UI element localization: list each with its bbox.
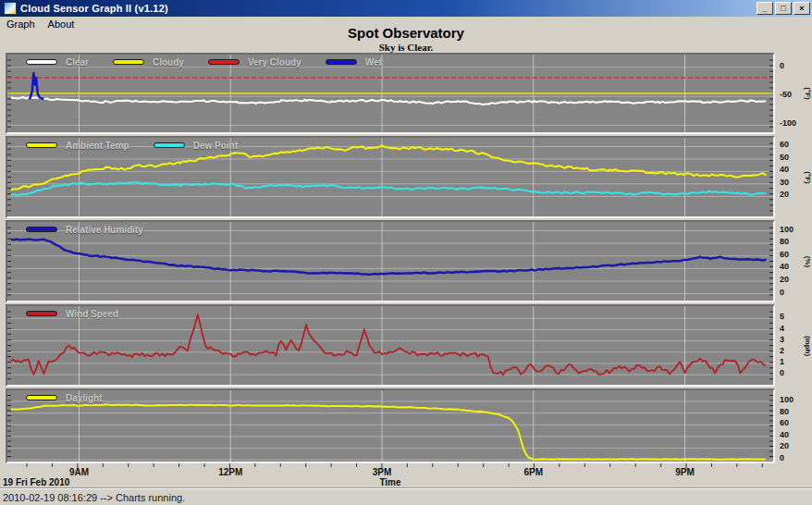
y-tick-label: -100: [780, 118, 796, 128]
status-bar: 2010-02-19 08:16:29 --> Charts running.: [0, 488, 812, 505]
x-tick-label: 9PM: [675, 467, 695, 477]
x-tick-label: 12PM: [218, 467, 242, 477]
chart-panel-temperature: Ambient TempDew Point: [6, 136, 775, 218]
y-tick-label: 60: [780, 140, 789, 149]
legend-swatch: [26, 395, 57, 400]
legend-item-wind-speed: Wind Speed: [26, 309, 118, 319]
series-clear: [11, 97, 766, 105]
title-bar: Cloud Sensor Graph II (v1.12) _ □ ×: [0, 0, 812, 17]
legend-item-relative-humidity: Relative Humidity: [26, 225, 143, 235]
legend-label: Very Cloudy: [248, 57, 301, 68]
wind-legend: Wind Speed: [26, 308, 142, 319]
app-icon: [4, 2, 17, 15]
status-text: 2010-02-19 08:16:29 --> Charts running.: [0, 492, 185, 503]
legend-item-daylight: Daylight: [26, 393, 102, 403]
y-axis-sky-conditions: 0-50-100(°F): [777, 53, 812, 134]
legend-label: Wind Speed: [66, 309, 118, 319]
y-axis-daylight: 100806040200: [777, 388, 812, 463]
y-tick-label: 40: [780, 165, 789, 174]
y-tick-label: 50: [780, 153, 789, 162]
y-tick-label: 0: [780, 61, 784, 70]
legend-item-very-cloudy: Very Cloudy: [208, 57, 301, 68]
chart-panel-daylight: Daylight: [6, 388, 775, 463]
y-tick-label: 0: [780, 453, 784, 462]
legend-swatch: [26, 311, 57, 316]
series-relative-humidity: [11, 240, 766, 275]
y-tick-label: -50: [780, 90, 792, 99]
legend-swatch: [208, 59, 240, 65]
close-button[interactable]: ×: [794, 2, 810, 15]
chart-panel-sky-conditions: ClearCloudyVery CloudyWet: [6, 53, 775, 134]
y-tick-label: 2: [780, 346, 784, 355]
y-axis-unit: (°F): [804, 171, 812, 183]
temperature-legend: Ambient TempDew Point: [26, 140, 262, 151]
y-tick-label: 60: [780, 250, 789, 259]
legend-label: Relative Humidity: [66, 225, 143, 235]
x-tick-label: 9AM: [69, 467, 89, 477]
y-tick-label: 0: [780, 288, 784, 297]
legend-swatch: [26, 142, 57, 148]
y-tick-label: 40: [780, 262, 789, 271]
y-tick-label: 5: [780, 312, 784, 321]
axis-date-label: 19 Fri Feb 2010: [3, 477, 69, 487]
window-controls: _ □ ×: [757, 2, 810, 15]
legend-swatch: [154, 142, 185, 148]
x-tick-label: 6PM: [523, 467, 543, 477]
series-wind-speed: [11, 314, 766, 375]
chart-panel-wind: Wind Speed: [6, 304, 775, 387]
y-tick-label: 0: [780, 368, 784, 377]
y-tick-label: 100: [780, 225, 794, 234]
y-tick-label: 80: [780, 237, 789, 246]
y-tick-label: 60: [780, 418, 789, 427]
x-axis-title: Time: [379, 477, 400, 487]
legend-item-clear: Clear: [26, 57, 89, 68]
y-axis-humidity: 100806040200(%): [777, 220, 812, 302]
y-tick-label: 80: [780, 407, 789, 416]
window-title: Cloud Sensor Graph II (v1.12): [20, 3, 757, 14]
legend-item-cloudy: Cloudy: [113, 57, 184, 68]
y-tick-label: 4: [780, 324, 784, 333]
legend-item-ambient-temp: Ambient Temp: [26, 141, 129, 151]
maximize-button[interactable]: □: [775, 2, 792, 15]
minimize-button[interactable]: _: [757, 2, 773, 15]
app-window: Cloud Sensor Graph II (v1.12) _ □ × Grap…: [0, 0, 812, 505]
x-tick-label: 3PM: [373, 467, 392, 477]
humidity-legend: Relative Humidity: [26, 224, 167, 235]
legend-label: Clear: [66, 57, 89, 68]
y-tick-label: 1: [780, 357, 784, 366]
legend-swatch: [326, 59, 357, 65]
page-title: Spot Observatory: [0, 25, 812, 41]
y-axis-unit: (mph): [804, 335, 812, 355]
sky-status-text: Sky is Clear.: [0, 42, 812, 53]
y-axis-unit: (%): [804, 255, 812, 266]
y-tick-label: 20: [780, 441, 789, 450]
chart-panel-humidity: Relative Humidity: [6, 220, 775, 302]
y-tick-label: 20: [780, 190, 789, 199]
daylight-legend: Daylight: [26, 392, 126, 403]
legend-swatch: [26, 59, 57, 65]
y-tick-label: 3: [780, 335, 784, 344]
legend-item-wet: Wet: [326, 57, 382, 68]
legend-label: Dew Point: [193, 141, 238, 151]
legend-swatch: [26, 227, 57, 232]
legend-label: Cloudy: [153, 57, 184, 68]
y-axis-temperature: 6050403020(°F): [777, 136, 812, 218]
legend-label: Ambient Temp: [66, 141, 129, 151]
y-tick-label: 20: [780, 275, 789, 284]
y-tick-label: 100: [780, 395, 794, 404]
y-tick-label: 40: [780, 430, 789, 439]
legend-item-dew-point: Dew Point: [154, 141, 238, 151]
y-axis-wind: 543210(mph): [777, 304, 812, 387]
legend-label: Daylight: [66, 393, 102, 403]
y-tick-label: 30: [780, 178, 789, 187]
y-axis-unit: (°F): [804, 87, 812, 99]
series-wet: [30, 73, 43, 99]
legend-swatch: [113, 59, 144, 65]
sky-conditions-legend: ClearCloudyVery CloudyWet: [26, 56, 406, 68]
legend-label: Wet: [365, 57, 382, 68]
